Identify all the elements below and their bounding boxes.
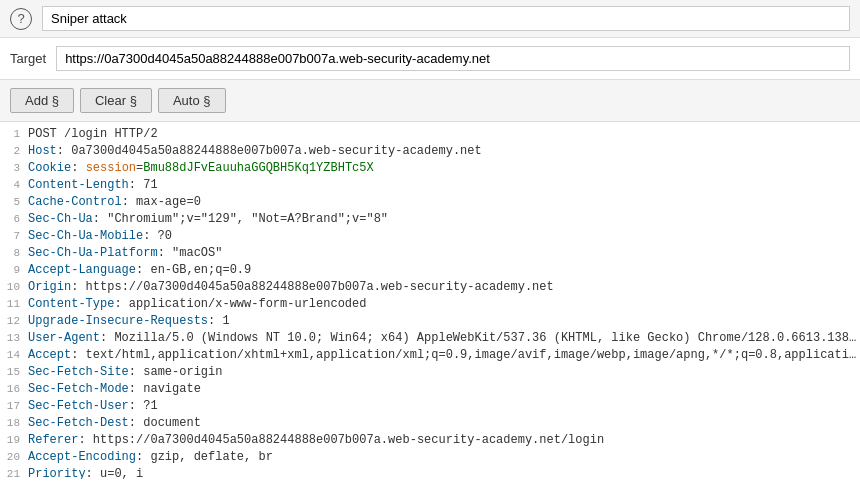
clear-button[interactable]: Clear § [80, 88, 152, 113]
code-line: 2Host: 0a7300d4045a50a88244888e007b007a.… [0, 143, 860, 160]
line-content: Priority: u=0, i [28, 466, 860, 479]
code-line: 12Upgrade-Insecure-Requests: 1 [0, 313, 860, 330]
line-content: Origin: https://0a7300d4045a50a88244888e… [28, 279, 860, 296]
line-number: 21 [0, 466, 28, 479]
line-number: 16 [0, 381, 28, 398]
code-line: 13User-Agent: Mozilla/5.0 (Windows NT 10… [0, 330, 860, 347]
line-number: 10 [0, 279, 28, 296]
line-content: Accept-Encoding: gzip, deflate, br [28, 449, 860, 466]
line-number: 19 [0, 432, 28, 449]
line-number: 1 [0, 126, 28, 143]
line-content: Sec-Ch-Ua: "Chromium";v="129", "Not=A?Br… [28, 211, 860, 228]
code-line: 6Sec-Ch-Ua: "Chromium";v="129", "Not=A?B… [0, 211, 860, 228]
line-number: 7 [0, 228, 28, 245]
add-button[interactable]: Add § [10, 88, 74, 113]
code-line: 3Cookie: session=Bmu88dJFvEauuhaGGQBH5Kq… [0, 160, 860, 177]
line-content: Sec-Ch-Ua-Platform: "macOS" [28, 245, 860, 262]
line-content: Referer: https://0a7300d4045a50a88244888… [28, 432, 860, 449]
help-icon[interactable]: ? [10, 8, 32, 30]
line-number: 17 [0, 398, 28, 415]
line-number: 12 [0, 313, 28, 330]
title-input[interactable] [42, 6, 850, 31]
target-row: Target [0, 38, 860, 80]
code-area: 1POST /login HTTP/22Host: 0a7300d4045a50… [0, 122, 860, 479]
line-content: Cache-Control: max-age=0 [28, 194, 860, 211]
line-content: User-Agent: Mozilla/5.0 (Windows NT 10.0… [28, 330, 860, 347]
line-content: Sec-Fetch-Site: same-origin [28, 364, 860, 381]
help-icon-text: ? [17, 11, 24, 26]
line-content: Upgrade-Insecure-Requests: 1 [28, 313, 860, 330]
line-number: 20 [0, 449, 28, 466]
code-line: 19Referer: https://0a7300d4045a50a882448… [0, 432, 860, 449]
line-content: Sec-Fetch-Mode: navigate [28, 381, 860, 398]
line-number: 14 [0, 347, 28, 364]
code-line: 16Sec-Fetch-Mode: navigate [0, 381, 860, 398]
target-label: Target [10, 51, 46, 66]
toolbar: Add § Clear § Auto § [0, 80, 860, 122]
code-line: 9Accept-Language: en-GB,en;q=0.9 [0, 262, 860, 279]
code-line: 1POST /login HTTP/2 [0, 126, 860, 143]
line-number: 8 [0, 245, 28, 262]
line-content: Accept-Language: en-GB,en;q=0.9 [28, 262, 860, 279]
line-number: 9 [0, 262, 28, 279]
line-number: 6 [0, 211, 28, 228]
code-line: 15Sec-Fetch-Site: same-origin [0, 364, 860, 381]
code-line: 21Priority: u=0, i [0, 466, 860, 479]
line-content: Host: 0a7300d4045a50a88244888e007b007a.w… [28, 143, 860, 160]
line-content: Cookie: session=Bmu88dJFvEauuhaGGQBH5Kq1… [28, 160, 860, 177]
line-content: Sec-Ch-Ua-Mobile: ?0 [28, 228, 860, 245]
code-line: 20Accept-Encoding: gzip, deflate, br [0, 449, 860, 466]
code-line: 7Sec-Ch-Ua-Mobile: ?0 [0, 228, 860, 245]
line-content: Accept: text/html,application/xhtml+xml,… [28, 347, 860, 364]
line-number: 11 [0, 296, 28, 313]
line-number: 4 [0, 177, 28, 194]
line-number: 3 [0, 160, 28, 177]
code-line: 18Sec-Fetch-Dest: document [0, 415, 860, 432]
line-content: Content-Length: 71 [28, 177, 860, 194]
target-url-input[interactable] [56, 46, 850, 71]
code-line: 17Sec-Fetch-User: ?1 [0, 398, 860, 415]
code-line: 11Content-Type: application/x-www-form-u… [0, 296, 860, 313]
line-number: 5 [0, 194, 28, 211]
code-line: 5Cache-Control: max-age=0 [0, 194, 860, 211]
line-content: Sec-Fetch-User: ?1 [28, 398, 860, 415]
top-bar: ? [0, 0, 860, 38]
line-number: 15 [0, 364, 28, 381]
code-line: 10Origin: https://0a7300d4045a50a8824488… [0, 279, 860, 296]
line-number: 2 [0, 143, 28, 160]
code-line: 8Sec-Ch-Ua-Platform: "macOS" [0, 245, 860, 262]
auto-button[interactable]: Auto § [158, 88, 226, 113]
line-content: Content-Type: application/x-www-form-url… [28, 296, 860, 313]
line-content: POST /login HTTP/2 [28, 126, 860, 143]
code-line: 14Accept: text/html,application/xhtml+xm… [0, 347, 860, 364]
code-line: 4Content-Length: 71 [0, 177, 860, 194]
line-number: 13 [0, 330, 28, 347]
line-number: 18 [0, 415, 28, 432]
line-content: Sec-Fetch-Dest: document [28, 415, 860, 432]
